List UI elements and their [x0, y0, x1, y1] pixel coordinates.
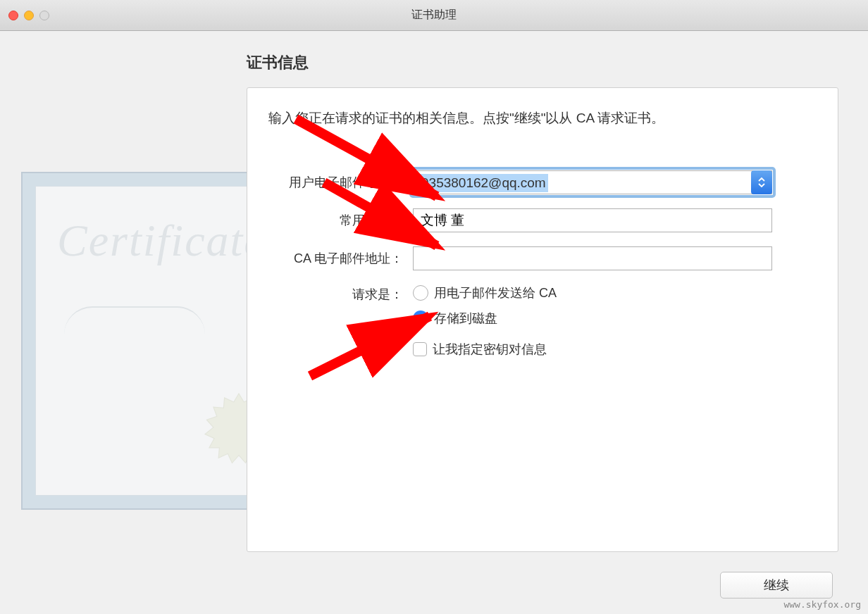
email-combo[interactable]: 935380162@qq.com: [413, 170, 772, 194]
email-dropdown-button[interactable]: [751, 170, 772, 194]
ca-email-row: CA 电子邮件地址：: [268, 246, 817, 270]
ca-email-input[interactable]: [413, 246, 772, 270]
option-email-ca-radio[interactable]: [413, 285, 428, 301]
form-panel: 输入您正在请求的证书的相关信息。点按"继续"以从 CA 请求证书。 用户电子邮件…: [247, 87, 838, 552]
email-label: 用户电子邮件地址：: [268, 174, 413, 191]
email-input-wrap: 935380162@qq.com: [413, 170, 772, 194]
ca-email-label: CA 电子邮件地址：: [268, 250, 413, 267]
section-heading: 证书信息: [247, 52, 833, 73]
minimize-window-icon[interactable]: [24, 11, 34, 20]
email-value: 935380162@qq.com: [419, 174, 548, 192]
option-email-ca-label: 用电子邮件发送给 CA: [434, 284, 557, 301]
certificate-graphic-label: Certificate: [57, 215, 266, 267]
option-keypair-checkbox[interactable]: [413, 342, 427, 356]
email-row: 用户电子邮件地址： 935380162@qq.com: [268, 170, 817, 194]
close-window-icon[interactable]: [8, 11, 18, 20]
titlebar: 证书助理: [0, 0, 868, 31]
option-keypair-label: 让我指定密钥对信息: [433, 341, 547, 358]
option-email-ca-row: 用电子邮件发送给 CA: [413, 284, 557, 301]
common-name-row: 常用名称：: [268, 208, 817, 232]
continue-button[interactable]: 继续: [720, 572, 833, 599]
option-save-disk-radio[interactable]: [413, 311, 428, 326]
request-type-group: 用电子邮件发送给 CA 存储到磁盘 让我指定密钥对信息: [413, 284, 557, 358]
option-keypair-row: 让我指定密钥对信息: [413, 341, 557, 358]
form-description: 输入您正在请求的证书的相关信息。点按"继续"以从 CA 请求证书。: [268, 109, 817, 128]
traffic-lights: [8, 11, 49, 20]
common-name-label: 常用名称：: [268, 212, 413, 229]
window-title: 证书助理: [411, 8, 457, 23]
option-save-disk-row: 存储到磁盘: [413, 310, 557, 327]
watermark: www.skyfox.org: [783, 599, 861, 610]
content-area: Certificate 证书信息 输入您正在请求的证书的相关信息。点按"继续"以…: [0, 31, 868, 614]
request-type-row: 请求是： 用电子邮件发送给 CA 存储到磁盘 让我指定密钥对信息: [268, 284, 817, 358]
maximize-window-icon: [39, 11, 49, 20]
option-save-disk-label: 存储到磁盘: [434, 310, 497, 327]
chevron-updown-icon: [757, 177, 766, 188]
common-name-input[interactable]: [413, 208, 772, 232]
request-type-label: 请求是：: [268, 284, 413, 303]
